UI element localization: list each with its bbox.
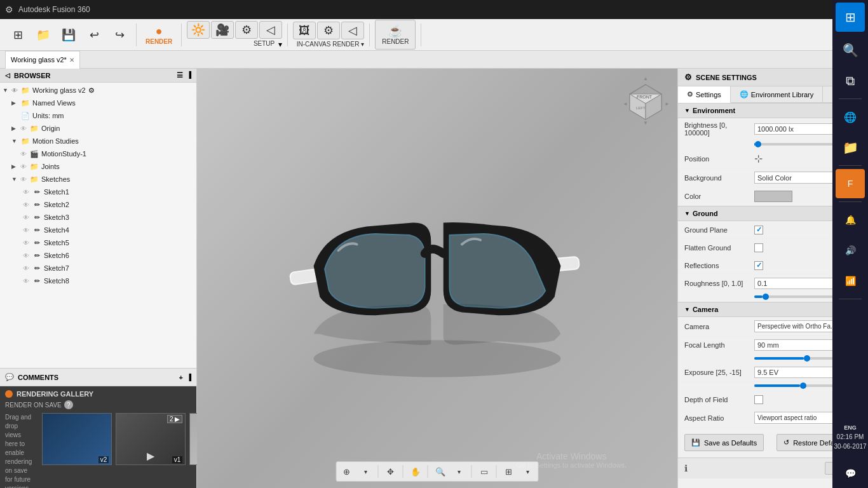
tree-sketches[interactable]: ▼ 👁 📁 Sketches xyxy=(0,173,196,186)
in-canvas-render-btn[interactable]: 🖼 xyxy=(293,22,316,39)
sketches-arrow[interactable]: ▼ xyxy=(11,176,20,182)
vp-grid-btn[interactable]: ⊞ xyxy=(501,464,517,479)
sketch3-eye[interactable]: 👁 xyxy=(23,214,32,221)
vp-grid-drop-btn[interactable]: ▾ xyxy=(520,464,536,479)
comments-collapse-icon[interactable]: ▐ xyxy=(187,374,191,381)
reflections-checkbox[interactable] xyxy=(754,261,763,270)
vp-zoom-drop-btn[interactable]: ▾ xyxy=(451,464,468,479)
chrome-taskbar-btn[interactable]: 🌐 xyxy=(836,102,865,132)
depth-of-field-checkbox[interactable] xyxy=(754,395,763,404)
tree-named-views[interactable]: ▶ 📁 Named Views xyxy=(0,97,196,109)
action-center-btn[interactable]: 💬 xyxy=(836,459,865,488)
browser-collapse-icon[interactable]: ▐ xyxy=(187,71,191,79)
named-views-arrow[interactable]: ▶ xyxy=(11,100,20,106)
brightness-slider-thumb[interactable] xyxy=(755,141,761,147)
gallery-thumb-2[interactable]: 2 ▶ ▶ v1 xyxy=(116,413,186,465)
focal-slider-track[interactable] xyxy=(754,357,837,360)
motion-study-eye[interactable]: 👁 xyxy=(20,151,29,158)
render-final-btn[interactable]: ☕ RENDER xyxy=(375,20,416,50)
render-workspace-btn[interactable]: 🎥 xyxy=(211,21,234,39)
apps-btn[interactable]: ⊞ xyxy=(6,27,29,43)
flatten-ground-checkbox[interactable] xyxy=(754,243,763,252)
in-canvas-settings-btn[interactable]: ⚙ xyxy=(317,22,340,39)
sketch2-eye[interactable]: 👁 xyxy=(23,201,32,208)
save-btn[interactable]: 💾 xyxy=(57,27,80,43)
tree-units[interactable]: 📄 Units: mm xyxy=(0,109,196,122)
viewport[interactable]: ⊕ ▾ ✥ ✋ 🔍 ▾ ▭ ⊞ ▾ FRONT LEFT xyxy=(197,69,677,488)
explorer-taskbar-btn[interactable]: 📁 xyxy=(836,133,865,162)
brightness-slider-track[interactable] xyxy=(754,143,837,146)
origin-eye[interactable]: 👁 xyxy=(20,125,29,132)
joints-eye[interactable]: 👁 xyxy=(20,163,29,170)
tree-origin[interactable]: ▶ 👁 📁 Origin xyxy=(0,122,196,135)
exposure-slider-track[interactable] xyxy=(754,384,837,387)
start-btn[interactable]: ⊞ xyxy=(836,3,865,32)
sketch6-eye[interactable]: 👁 xyxy=(23,252,32,259)
position-move-icon[interactable]: ⊹ xyxy=(754,152,763,165)
focal-slider-thumb[interactable] xyxy=(804,355,810,362)
color-swatch[interactable] xyxy=(754,191,792,202)
tree-sketch1[interactable]: 👁✏Sketch1 xyxy=(0,186,196,198)
save-defaults-btn[interactable]: 💾 Save as Defaults xyxy=(684,434,764,451)
motion-studies-arrow[interactable]: ▼ xyxy=(11,138,20,144)
in-canvas-quality2-btn[interactable]: ◁ xyxy=(341,22,364,39)
tree-joints[interactable]: ▶ 👁 📁 Joints xyxy=(0,160,196,173)
tree-sketch8[interactable]: 👁✏Sketch8 xyxy=(0,274,196,287)
search-taskbar-btn[interactable]: 🔍 xyxy=(836,36,865,65)
vp-dropdown-btn[interactable]: ▾ xyxy=(358,464,374,479)
sketches-eye[interactable]: 👁 xyxy=(20,176,29,183)
wifi-btn[interactable]: 📶 xyxy=(836,266,865,295)
tree-sketch7[interactable]: 👁✏Sketch7 xyxy=(0,262,196,274)
volume-btn[interactable]: 🔊 xyxy=(836,236,865,265)
gallery-thumb-1[interactable]: v2 xyxy=(42,413,112,465)
tree-motion-studies[interactable]: ▼ 📁 Motion Studies xyxy=(0,135,196,147)
sketch5-eye[interactable]: 👁 xyxy=(23,240,32,247)
roughness-slider-track[interactable] xyxy=(754,295,837,298)
render-mode-btn[interactable]: ● RENDER xyxy=(142,24,176,46)
joints-arrow[interactable]: ▶ xyxy=(11,163,20,170)
task-view-btn[interactable]: ⧉ xyxy=(836,66,865,95)
browser-expand-icon[interactable]: ☰ xyxy=(177,71,183,79)
vp-hand-btn[interactable]: ✋ xyxy=(407,464,424,479)
undo-btn[interactable]: ↩ xyxy=(83,27,105,43)
tree-sketch2[interactable]: 👁✏Sketch2 xyxy=(0,198,196,211)
roughness-slider-thumb[interactable] xyxy=(763,294,769,300)
info-icon[interactable]: ℹ xyxy=(684,463,688,473)
render-settings-btn[interactable]: ⚙ xyxy=(235,21,258,39)
origin-arrow[interactable]: ▶ xyxy=(11,125,20,132)
tab-close-btn[interactable]: ✕ xyxy=(69,57,74,64)
tab-settings[interactable]: ⚙ Settings xyxy=(678,86,731,103)
working-tab[interactable]: Working glass v2* ✕ xyxy=(5,51,80,69)
comments-add-icon[interactable]: + xyxy=(179,374,182,381)
fusion-taskbar-btn[interactable]: F xyxy=(836,169,865,198)
notification-btn[interactable]: 🔔 xyxy=(836,205,865,234)
redo-btn[interactable]: ↪ xyxy=(108,27,131,43)
tree-motion-study-1[interactable]: 👁 🎬 MotionStudy-1 xyxy=(0,147,196,160)
browser-back-icon[interactable]: ◁ xyxy=(5,72,10,79)
tree-sketch5[interactable]: 👁✏Sketch5 xyxy=(0,236,196,249)
setup-mode-btn[interactable]: 🔆 xyxy=(187,21,210,39)
help-icon-gallery[interactable]: ? xyxy=(64,400,73,409)
tree-sketch6[interactable]: 👁✏Sketch6 xyxy=(0,249,196,262)
sketch4-eye[interactable]: 👁 xyxy=(23,227,32,234)
render-quality-btn[interactable]: ◁ xyxy=(259,21,282,39)
vp-pan-btn[interactable]: ✥ xyxy=(383,464,399,479)
tree-root-eye[interactable]: 👁 xyxy=(11,87,20,94)
vp-display-btn[interactable]: ▭ xyxy=(476,464,492,479)
tree-sketch4[interactable]: 👁✏Sketch4 xyxy=(0,224,196,236)
tab-env-library[interactable]: 🌐 Environment Library xyxy=(731,86,823,102)
sketch1-eye[interactable]: 👁 xyxy=(23,189,32,196)
exposure-slider-thumb[interactable] xyxy=(800,383,806,389)
sketch8-eye[interactable]: 👁 xyxy=(23,278,32,285)
vp-zoom-btn[interactable]: 🔍 xyxy=(432,464,449,479)
thumb-play-icon-2[interactable]: ▶ xyxy=(147,450,154,462)
tree-root-item[interactable]: ▼ 👁 📁 Working glass v2 ⚙ xyxy=(0,84,196,97)
vp-orbit-btn[interactable]: ⊕ xyxy=(339,464,355,479)
sketch7-eye[interactable]: 👁 xyxy=(23,265,32,272)
ground-plane-checkbox[interactable] xyxy=(754,226,763,234)
tree-sketch3[interactable]: 👁✏Sketch3 xyxy=(0,211,196,224)
tree-root-arrow[interactable]: ▼ xyxy=(3,87,11,93)
nav-cube[interactable]: FRONT LEFT ▲ ▼ ◄ ► xyxy=(620,75,671,126)
file-btn[interactable]: 📁 xyxy=(32,27,55,43)
tree-root-settings-icon[interactable]: ⚙ xyxy=(88,86,95,95)
